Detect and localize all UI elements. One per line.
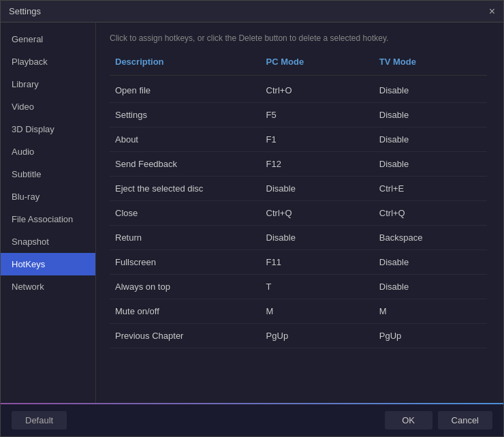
cell-description: Open file [110,78,261,102]
sidebar-item-audio[interactable]: Audio [1,140,95,163]
sidebar-item-video[interactable]: Video [1,95,95,118]
cell-pc_mode: F12 [261,152,374,176]
sidebar-item-snapshot[interactable]: Snapshot [1,230,95,253]
sidebar-item-subtitle[interactable]: Subtitle [1,163,95,185]
table-row[interactable]: AboutF1Disable [110,127,487,152]
cell-pc_mode: Ctrl+O [261,78,374,102]
table-row[interactable]: Open fileCtrl+ODisable [110,78,487,103]
cell-pc_mode: Disable [261,226,374,250]
cell-tv_mode: PgUp [374,324,487,348]
title-bar: Settings × [1,1,503,22]
hint-text: Click to assign hotkeys, or click the De… [110,33,490,43]
cell-pc_mode: M [261,299,374,323]
footer: Default OK Cancel [1,403,503,436]
table-row[interactable]: SettingsF5Disable [110,103,487,127]
sidebar-item-general[interactable]: General [1,28,95,50]
cell-tv_mode: Disable [374,275,487,299]
cell-description: Send Feedback [110,152,261,176]
sidebar-item-blu-ray[interactable]: Blu-ray [1,185,95,208]
cell-description: Close [110,201,261,225]
window-title: Settings [9,6,41,16]
footer-right: OK Cancel [385,411,492,430]
cell-pc_mode: F5 [261,103,374,127]
sidebar: GeneralPlaybackLibraryVideo3D DisplayAud… [1,22,96,403]
table-row[interactable]: Send FeedbackF12Disable [110,152,487,177]
table-row[interactable]: ReturnDisableBackspace [110,226,487,250]
cell-tv_mode: Backspace [374,226,487,250]
cell-pc_mode: F11 [261,250,374,274]
cell-pc_mode: Disable [261,177,374,200]
table-row[interactable]: Always on topTDisable [110,275,487,299]
cell-pc_mode: PgUp [261,324,374,348]
table-header: Description PC Mode TV Mode [110,54,487,76]
table-row[interactable]: Mute on/offMM [110,299,487,324]
cell-tv_mode: Ctrl+Q [374,201,487,225]
col-description: Description [110,54,261,70]
table-row[interactable]: FullscreenF11Disable [110,250,487,275]
col-pc-mode: PC Mode [261,54,374,70]
cell-pc_mode: Ctrl+Q [261,201,374,225]
table-rows: Open fileCtrl+ODisableSettingsF5DisableA… [110,78,487,348]
sidebar-item-hotkeys[interactable]: HotKeys [1,253,95,275]
footer-left: Default [12,411,385,430]
sidebar-item-file-association[interactable]: File Association [1,208,95,230]
ok-button[interactable]: OK [385,411,432,430]
table-row[interactable]: Previous ChapterPgUpPgUp [110,324,487,348]
cell-description: Eject the selected disc [110,177,261,200]
sidebar-item-playback[interactable]: Playback [1,50,95,73]
cancel-button[interactable]: Cancel [438,411,492,430]
cell-description: Mute on/off [110,299,261,323]
cell-tv_mode: Disable [374,127,487,151]
cell-description: Previous Chapter [110,324,261,348]
cell-tv_mode: M [374,299,487,323]
cell-tv_mode: Disable [374,152,487,176]
cell-description: Fullscreen [110,250,261,274]
sidebar-item-3d-display[interactable]: 3D Display [1,118,95,140]
cell-tv_mode: Ctrl+E [374,177,487,200]
settings-window: Settings × GeneralPlaybackLibraryVideo3D… [0,0,504,437]
cell-description: Settings [110,103,261,127]
cell-pc_mode: T [261,275,374,299]
default-button[interactable]: Default [12,411,67,430]
cell-tv_mode: Disable [374,78,487,102]
hotkeys-table: Description PC Mode TV Mode Open fileCtr… [110,54,490,392]
cell-tv_mode: Disable [374,103,487,127]
close-button[interactable]: × [489,6,495,17]
cell-pc_mode: F1 [261,127,374,151]
cell-tv_mode: Disable [374,250,487,274]
col-tv-mode: TV Mode [374,54,487,70]
sidebar-item-network[interactable]: Network [1,275,95,298]
content-area: GeneralPlaybackLibraryVideo3D DisplayAud… [1,22,503,403]
table-row[interactable]: CloseCtrl+QCtrl+Q [110,201,487,226]
cell-description: Always on top [110,275,261,299]
main-content: Click to assign hotkeys, or click the De… [96,22,503,403]
table-row[interactable]: Eject the selected discDisableCtrl+E [110,177,487,201]
cell-description: Return [110,226,261,250]
cell-description: About [110,127,261,151]
sidebar-item-library[interactable]: Library [1,73,95,95]
